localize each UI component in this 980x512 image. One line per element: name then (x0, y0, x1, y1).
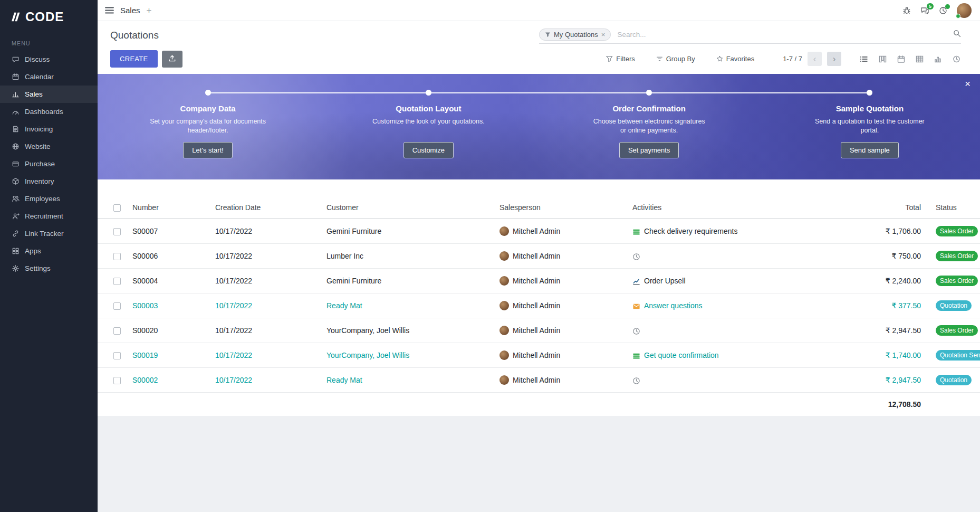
step-action-button[interactable]: Set payments (619, 142, 679, 158)
calendar-view-button[interactable] (897, 55, 906, 63)
sidebar-item-link-tracker[interactable]: Link Tracker (0, 225, 98, 242)
hamburger-menu-icon[interactable] (105, 7, 114, 14)
quotation-number[interactable]: S00006 (132, 252, 158, 260)
kanban-view-icon (878, 55, 887, 63)
search-input[interactable] (616, 30, 948, 39)
table-row[interactable]: S00003 10/17/2022 Ready Mat Mitchell Adm… (98, 293, 980, 318)
quotation-number[interactable]: S00020 (132, 326, 158, 335)
quotation-number[interactable]: S00019 (132, 351, 158, 359)
customer-name: Lumber Inc (326, 252, 363, 260)
graph-view-button[interactable] (934, 55, 943, 63)
step-action-button[interactable]: Send sample (841, 142, 899, 158)
row-checkbox[interactable] (113, 253, 121, 260)
select-all-checkbox[interactable] (113, 204, 121, 212)
table-row[interactable]: S00006 10/17/2022 Lumber Inc Mitchell Ad… (98, 244, 980, 269)
activity-icon[interactable] (632, 227, 640, 236)
table-row[interactable]: S00020 10/17/2022 YourCompany, Joel Will… (98, 318, 980, 343)
row-checkbox[interactable] (113, 352, 121, 359)
messages-icon[interactable]: 5 (920, 6, 929, 15)
salesperson-avatar (499, 251, 509, 261)
activities-clock-icon[interactable] (939, 6, 947, 15)
column-header-activities[interactable]: Activities (627, 196, 872, 219)
row-checkbox[interactable] (113, 302, 121, 310)
sidebar-item-dashboards[interactable]: Dashboards (0, 103, 98, 120)
row-checkbox[interactable] (113, 228, 121, 235)
sidebar-item-website[interactable]: Website (0, 138, 98, 155)
activity-icon[interactable] (632, 376, 640, 385)
activity-view-button[interactable] (952, 55, 961, 63)
activity-icon[interactable] (632, 252, 640, 261)
table-row[interactable]: S00007 10/17/2022 Gemini Furniture Mitch… (98, 219, 980, 244)
favorites-button[interactable]: Favorites (713, 54, 757, 63)
new-tab-plus-icon[interactable]: + (147, 6, 152, 15)
logo-text: CODE (25, 10, 64, 24)
activity-view-icon (952, 55, 961, 63)
sidebar-item-discuss[interactable]: Discuss (0, 51, 98, 68)
step-action-button[interactable]: Let's start! (183, 142, 233, 158)
table-row[interactable]: S00004 10/17/2022 Gemini Furniture Mitch… (98, 269, 980, 293)
search-bar[interactable]: My Quotations × (539, 29, 961, 44)
activity-label[interactable]: Get quote confirmation (644, 351, 719, 359)
sidebar-item-label: Invoicing (25, 125, 53, 133)
bug-icon[interactable] (902, 6, 911, 15)
sidebar-item-inventory[interactable]: Inventory (0, 173, 98, 190)
row-checkbox[interactable] (113, 327, 121, 335)
column-header-creation-date[interactable]: Creation Date (210, 196, 321, 219)
sidebar-item-employees[interactable]: Employees (0, 190, 98, 207)
row-checkbox[interactable] (113, 377, 121, 384)
table-row[interactable]: S00002 10/17/2022 Ready Mat Mitchell Adm… (98, 368, 980, 393)
table-row[interactable]: S00019 10/17/2022 YourCompany, Joel Will… (98, 343, 980, 368)
page-title: Quotations (110, 30, 159, 41)
column-header-status[interactable]: Status (930, 196, 980, 219)
calendar-icon (12, 73, 20, 81)
sidebar-item-invoicing[interactable]: Invoicing (0, 120, 98, 138)
column-header-salesperson[interactable]: Salesperson (494, 196, 627, 219)
current-app-name[interactable]: Sales (120, 6, 140, 15)
search-facet[interactable]: My Quotations × (539, 29, 611, 41)
activity-label[interactable]: Check delivery requirements (644, 227, 737, 235)
list-view-icon (859, 55, 869, 63)
quotation-number[interactable]: S00002 (132, 376, 158, 384)
activity-icon[interactable] (632, 326, 640, 335)
activity-icon[interactable] (632, 301, 640, 310)
column-header-number[interactable]: Number (127, 196, 210, 219)
quotation-number[interactable]: S00004 (132, 277, 158, 285)
sidebar-item-apps[interactable]: Apps (0, 242, 98, 260)
row-checkbox[interactable] (113, 278, 121, 285)
list-view-button[interactable] (859, 55, 869, 63)
search-icon[interactable] (953, 30, 961, 40)
step-description: Choose between electronic signatures or … (591, 117, 707, 135)
create-button[interactable]: CREATE (110, 50, 158, 68)
filters-button[interactable]: Filters (603, 54, 638, 63)
step-title: Company Data (113, 104, 302, 113)
quotation-number[interactable]: S00007 (132, 227, 158, 235)
app-root: CODE MENU Discuss Calendar Sales Dashboa… (0, 0, 980, 512)
pager-previous-button[interactable]: ‹ (808, 52, 822, 66)
sidebar-item-recruitment[interactable]: Recruitment (0, 207, 98, 225)
salesperson-avatar (499, 375, 509, 385)
status-badge: Sales Order (936, 325, 978, 336)
export-button[interactable] (162, 51, 182, 68)
kanban-view-button[interactable] (878, 55, 887, 63)
step-action-button[interactable]: Customize (403, 142, 454, 158)
activity-icon[interactable] (632, 277, 640, 286)
facet-remove-icon[interactable]: × (601, 31, 606, 39)
group-by-button[interactable]: Group By (653, 54, 698, 63)
sidebar-item-label: Employees (25, 195, 60, 203)
salesperson-name: Mitchell Admin (513, 277, 560, 285)
sidebar-item-settings[interactable]: Settings (0, 260, 98, 277)
sidebar-item-label: Apps (25, 247, 41, 255)
column-header-total[interactable]: Total (872, 196, 930, 219)
onboarding-banner: × Company Data Set your company's data f… (98, 74, 980, 179)
column-header-customer[interactable]: Customer (321, 196, 494, 219)
sidebar-item-purchase[interactable]: Purchase (0, 155, 98, 173)
pager-next-button[interactable]: › (827, 52, 841, 66)
sidebar-item-sales[interactable]: Sales (0, 86, 98, 103)
activity-icon[interactable] (632, 351, 640, 360)
activity-label[interactable]: Order Upsell (644, 277, 686, 285)
activity-label[interactable]: Answer questions (644, 301, 703, 310)
pivot-view-button[interactable] (915, 55, 924, 63)
sidebar-item-calendar[interactable]: Calendar (0, 68, 98, 86)
quotation-number[interactable]: S00003 (132, 301, 158, 310)
user-avatar[interactable] (957, 3, 972, 18)
